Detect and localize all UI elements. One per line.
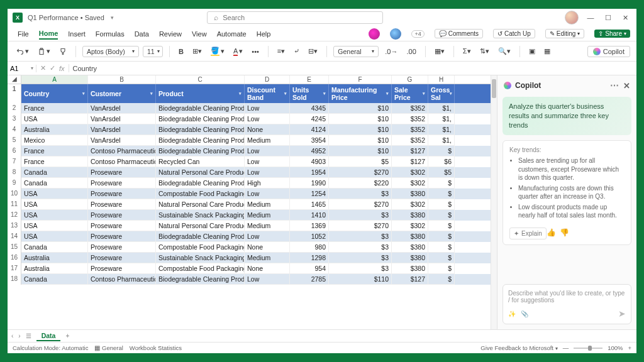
ribbon-tab-view[interactable]: View: [192, 29, 207, 39]
formula-input[interactable]: Country: [69, 65, 636, 72]
data-cell[interactable]: $3: [329, 253, 392, 263]
data-cell[interactable]: $127: [392, 146, 428, 156]
data-cell[interactable]: $: [428, 178, 455, 189]
user-avatar[interactable]: [565, 11, 579, 25]
ribbon-tab-file[interactable]: File: [18, 29, 29, 39]
row-header[interactable]: 4: [8, 124, 21, 135]
copilot-button[interactable]: Copilot: [587, 46, 630, 57]
row-header[interactable]: 17: [8, 263, 21, 274]
data-cell[interactable]: USA: [21, 210, 88, 221]
data-cell[interactable]: Biodegradable Cleaning Products: [156, 274, 245, 285]
row-header[interactable]: 18: [8, 274, 21, 285]
row-header[interactable]: 6: [8, 146, 21, 156]
zoom-slider[interactable]: [574, 348, 602, 349]
enter-formula-button[interactable]: ✓: [50, 64, 55, 72]
data-cell[interactable]: 4345: [290, 103, 329, 114]
data-cell[interactable]: Proseware: [88, 199, 156, 210]
clipboard-button[interactable]: ▾: [35, 46, 53, 57]
data-cell[interactable]: High: [245, 178, 290, 189]
borders-button[interactable]: ⊞▾: [190, 46, 204, 57]
data-cell[interactable]: $127: [392, 156, 428, 167]
row-header[interactable]: 9: [8, 178, 21, 189]
ribbon-tab-data[interactable]: Data: [135, 29, 149, 39]
explain-button[interactable]: ✦Explain: [509, 228, 547, 240]
merge-button[interactable]: ⊟▾: [306, 46, 320, 57]
data-cell[interactable]: $: [428, 263, 455, 274]
data-cell[interactable]: Low: [245, 274, 290, 285]
data-cell[interactable]: Sustainable Snack Packaging: [156, 210, 245, 221]
data-cell[interactable]: $3: [329, 263, 392, 274]
row-header[interactable]: 7: [8, 156, 21, 167]
data-cell[interactable]: Proseware: [88, 189, 156, 199]
autosum-button[interactable]: Σ▾: [460, 46, 474, 57]
name-box[interactable]: A1▾: [8, 65, 36, 72]
data-cell[interactable]: Medium: [245, 221, 290, 231]
data-cell[interactable]: $: [428, 231, 455, 242]
data-cell[interactable]: Contoso Pharmaceuticals: [88, 156, 156, 167]
data-cell[interactable]: $: [428, 274, 455, 285]
filter-icon[interactable]: ▾: [323, 91, 326, 96]
filter-icon[interactable]: ▾: [82, 91, 85, 96]
data-cell[interactable]: Compostable Food Packaging: [156, 242, 245, 253]
data-cell[interactable]: VanArsdel: [88, 114, 156, 124]
row-header[interactable]: 11: [8, 199, 21, 210]
data-cell[interactable]: $352: [392, 135, 428, 146]
data-cell[interactable]: $3: [329, 231, 392, 242]
row-header[interactable]: 2: [8, 103, 21, 114]
tab-prev-button[interactable]: ‹: [11, 332, 13, 339]
analyze-data-button[interactable]: ▦: [541, 46, 553, 57]
data-cell[interactable]: Natural Personal Care Products: [156, 221, 245, 231]
data-cell[interactable]: Proseware: [88, 210, 156, 221]
data-cell[interactable]: 4952: [290, 146, 329, 156]
row-header[interactable]: 12: [8, 210, 21, 221]
select-all-cell[interactable]: ◢: [8, 75, 21, 84]
data-cell[interactable]: $1,: [428, 103, 455, 114]
filter-icon[interactable]: ▾: [284, 91, 287, 96]
data-cell[interactable]: Compostable Food Packaging: [156, 189, 245, 199]
send-button[interactable]: ➤: [618, 309, 626, 319]
presence-user-2[interactable]: [390, 28, 401, 40]
header-cell[interactable]: Product▾: [156, 84, 245, 103]
row-header[interactable]: 13: [8, 221, 21, 231]
col-header-B[interactable]: B: [88, 75, 156, 84]
data-cell[interactable]: Biodegradable Cleaning Products: [156, 114, 245, 124]
data-cell[interactable]: 980: [290, 242, 329, 253]
header-cell[interactable]: Manufacturing Price▾: [329, 84, 392, 103]
row-header[interactable]: 5: [8, 135, 21, 146]
data-cell[interactable]: Sustainable Snack Packaging: [156, 253, 245, 263]
copilot-close-button[interactable]: ✕: [623, 81, 630, 90]
data-cell[interactable]: Proseware: [88, 253, 156, 263]
data-cell[interactable]: $352: [392, 103, 428, 114]
close-button[interactable]: ✕: [620, 13, 631, 22]
data-cell[interactable]: Medium: [245, 199, 290, 210]
filter-icon[interactable]: ▾: [386, 91, 389, 96]
data-cell[interactable]: USA: [21, 189, 88, 199]
data-cell[interactable]: $110: [329, 274, 392, 285]
data-cell[interactable]: $270: [329, 199, 392, 210]
feedback-link[interactable]: Give Feedback to Microsoft ▾: [480, 344, 557, 351]
data-cell[interactable]: $5: [329, 156, 392, 167]
data-cell[interactable]: $220: [329, 178, 392, 189]
data-cell[interactable]: Biodegradable Cleaning Products: [156, 178, 245, 189]
wrap-text-button[interactable]: ⤶: [291, 46, 302, 57]
data-cell[interactable]: $352: [392, 114, 428, 124]
data-cell[interactable]: 3954: [290, 135, 329, 146]
data-cell[interactable]: None: [245, 263, 290, 274]
undo-button[interactable]: ▾: [14, 46, 31, 57]
header-cell[interactable]: Sale Price▾: [392, 84, 428, 103]
filter-icon[interactable]: ▾: [150, 91, 153, 96]
col-header-C[interactable]: C: [156, 75, 245, 84]
format-painter-button[interactable]: [57, 47, 69, 57]
bold-button[interactable]: B: [176, 47, 186, 57]
data-cell[interactable]: $3: [329, 210, 392, 221]
data-cell[interactable]: Medium: [245, 135, 290, 146]
header-cell[interactable]: Country▾: [21, 84, 88, 103]
cancel-formula-button[interactable]: ✕: [40, 64, 46, 72]
data-cell[interactable]: $380: [392, 210, 428, 221]
row-header[interactable]: 14: [8, 231, 21, 242]
sparkle-suggestions-button[interactable]: ✨: [508, 310, 516, 317]
data-cell[interactable]: Australia: [21, 124, 88, 135]
data-cell[interactable]: 1254: [290, 189, 329, 199]
data-cell[interactable]: Canada: [21, 242, 88, 253]
data-cell[interactable]: $5: [428, 167, 455, 178]
